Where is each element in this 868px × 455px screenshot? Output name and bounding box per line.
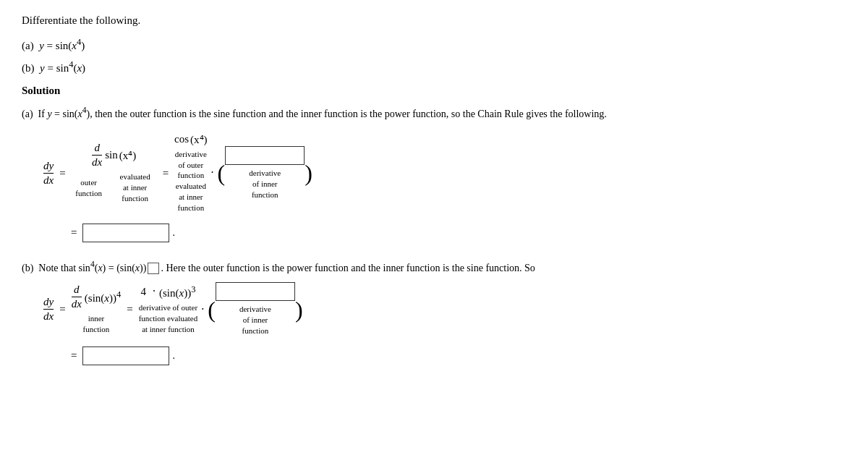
equation-b-area: dy dx = d dx (sin(x))4 inner function = xyxy=(43,282,846,365)
problem-b: (b) y = sin4(x) xyxy=(22,59,846,75)
dy-dx-a: dy dx xyxy=(43,160,54,187)
fraction-bar-a xyxy=(43,173,54,174)
dy-den-b: dx xyxy=(43,310,54,323)
annotation-outer-fn: outer function xyxy=(72,177,106,199)
input-box-a[interactable] xyxy=(225,146,305,165)
dy-num-b: dy xyxy=(43,296,54,308)
dot-a: · xyxy=(211,166,214,179)
deriv-inner-b3: function xyxy=(242,326,269,336)
inner-fn-1: (x⁴) xyxy=(119,149,137,162)
d-dx-b: d dx xyxy=(72,284,82,310)
equals-result-a: = xyxy=(71,226,77,239)
left-paren-b: ( xyxy=(208,298,216,321)
deriv-outer-a2: of outer xyxy=(179,160,204,171)
deriv-outer-a3: function xyxy=(178,170,205,181)
sin-term-group: d dx sin (x⁴) outer function evaluated a… xyxy=(72,142,157,204)
inner-fn-top: d dx (sin(x))4 xyxy=(72,284,122,310)
result-dot-b: . xyxy=(172,350,175,362)
solution-heading: Solution xyxy=(22,85,846,97)
right-paren-a: ) xyxy=(305,161,312,184)
right-paren-b: ) xyxy=(295,298,303,321)
d-dx-a: d dx xyxy=(92,142,102,169)
coeff-b: 4 xyxy=(141,286,147,298)
eval-inner-cos1: evaluated xyxy=(176,181,206,192)
problem-a-label: (a) xyxy=(22,40,34,51)
eval-inner-a1: evaluated xyxy=(120,171,150,182)
equals-b2: = xyxy=(127,303,132,315)
equals-b1: = xyxy=(59,303,65,315)
solution-b-text: (b) Note that sin4(x) = (sin(x)). Here t… xyxy=(22,258,846,276)
annotation-inner-fn-b: inner function xyxy=(83,313,110,335)
left-paren-a: ( xyxy=(218,161,226,184)
equals-a1: = xyxy=(59,167,65,179)
sin-base: (sin(x))4 xyxy=(85,289,121,305)
deriv-inner-a2: of inner xyxy=(252,179,278,190)
dot-b1: · xyxy=(153,285,156,298)
d-den: dx xyxy=(92,156,102,169)
deriv-outer-b3: at inner function xyxy=(142,324,195,335)
deriv-inner-b2: of inner xyxy=(243,315,268,326)
fraction-bar-db xyxy=(72,297,82,297)
annotation-deriv-outer-b: derivative of outer function evaluated a… xyxy=(139,302,198,335)
result-a-row: = . xyxy=(65,224,846,242)
dy-num: dy xyxy=(43,160,54,172)
d-den-b: dx xyxy=(72,298,82,310)
input-box-b[interactable] xyxy=(216,282,295,301)
sin-term-top: d dx sin (x⁴) xyxy=(92,142,136,169)
problem-b-equation: y = sin4(x) xyxy=(40,62,85,74)
equation-a-main: dy dx = d dx sin (x⁴) outer function xyxy=(43,133,846,213)
deriv-outer-a1: derivative xyxy=(175,149,207,160)
cos-text: cos xyxy=(174,133,189,145)
result-dot-a: . xyxy=(172,227,175,239)
dot-b2: · xyxy=(201,303,204,316)
outer-fn-label1: outer xyxy=(80,177,97,188)
deriv-outer-b2: function evaluated xyxy=(139,313,198,324)
annotation-deriv-inner-a: derivative of inner function xyxy=(249,168,281,200)
inner-fn-b1: inner xyxy=(88,313,105,324)
dy-dx-b: dy dx xyxy=(43,296,54,323)
problem-a: (a) y = sin(x4) xyxy=(22,37,846,52)
equals-a2: = xyxy=(163,167,169,179)
coeff-base-group: 4 · (sin(x))3 derivative of outer functi… xyxy=(139,284,198,335)
eval-inner-a2: at inner xyxy=(123,182,147,193)
deriv-outer-b1: derivative of outer xyxy=(139,302,197,313)
inner-fn-term-group: d dx (sin(x))4 inner function xyxy=(72,284,122,335)
sin-labels-row: outer function evaluated at inner functi… xyxy=(72,171,157,204)
solution-a-text: (a) If y = sin(x4), then the outer funct… xyxy=(22,104,846,122)
d-num: d xyxy=(94,142,100,154)
eval-inner-a3: function xyxy=(122,193,148,204)
base-b: (sin(x))3 xyxy=(159,284,195,299)
input-group-a: derivative of inner function xyxy=(225,146,305,200)
inner-fn-2: (x⁴) xyxy=(190,133,208,146)
equation-b-main: dy dx = d dx (sin(x))4 inner function = xyxy=(43,282,846,336)
annotation-eval-inner-1: evaluated at inner function xyxy=(114,171,157,204)
bracket-group-b: ( derivative of inner function ) xyxy=(208,282,302,336)
deriv-inner-b1: derivative xyxy=(239,304,271,315)
title: Differentiate the following. xyxy=(22,14,846,27)
input-group-b: derivative of inner function xyxy=(216,282,295,336)
result-input-b[interactable] xyxy=(82,346,169,365)
inner-fn-b2: function xyxy=(83,324,110,335)
coeff-base-top: 4 · (sin(x))3 xyxy=(141,284,196,299)
annotation-eval-inner-cos: derivative of outer function evaluated a… xyxy=(175,149,207,213)
deriv-inner-a3: function xyxy=(252,190,278,200)
fraction-bar-b xyxy=(43,309,54,310)
cos-term-top: cos (x⁴) xyxy=(174,133,208,146)
result-b-row: = . xyxy=(65,346,846,365)
result-input-a[interactable] xyxy=(82,224,169,242)
deriv-inner-a1: derivative xyxy=(249,168,281,179)
eval-inner-cos3: function xyxy=(178,203,205,213)
annotation-deriv-inner-b: derivative of inner function xyxy=(239,304,271,336)
equals-result-b: = xyxy=(71,349,77,362)
d-num-b: d xyxy=(74,284,80,296)
eval-inner-cos2: at inner xyxy=(179,192,203,203)
bracket-group-a: ( derivative of inner function ) xyxy=(218,146,312,200)
problem-b-label: (b) xyxy=(22,62,35,74)
sin-text: sin xyxy=(105,149,118,161)
equation-a-area: dy dx = d dx sin (x⁴) outer function xyxy=(43,133,846,242)
problem-a-equation: y = sin(x4) xyxy=(39,40,85,51)
dy-den: dx xyxy=(43,174,54,187)
fraction-bar-d xyxy=(92,155,102,156)
outer-fn-label2: function xyxy=(75,188,102,199)
cos-term-group: cos (x⁴) derivative of outer function ev… xyxy=(174,133,208,213)
